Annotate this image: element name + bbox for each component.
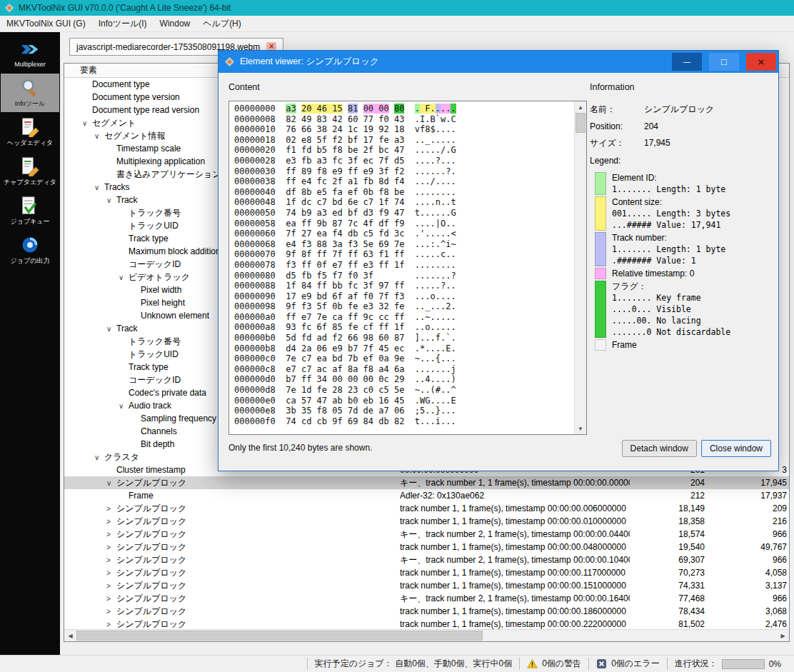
menu-item[interactable]: ヘルプ(H) [196, 16, 248, 31]
tree-row[interactable]: シンプルブロックキー、track number 2, 1 frame(s), t… [64, 528, 789, 541]
chevron-collapsed-icon[interactable] [106, 505, 116, 513]
legend-color-swatch [595, 281, 606, 338]
tree-item-label: シンプルブロック [116, 516, 186, 528]
legend-color-swatch [595, 339, 606, 351]
vscroll-thumb[interactable] [576, 113, 586, 133]
hex-offset: 00000020 [234, 145, 276, 156]
sidebar-item-info-tool[interactable]: Infoツール [1, 74, 59, 112]
error-icon [596, 658, 607, 669]
chevron-expanded-icon[interactable] [82, 119, 92, 127]
legend-entry: Frame [595, 339, 775, 351]
close-window-button[interactable]: Close window [701, 440, 771, 457]
info-tool-icon [20, 78, 40, 98]
hex-offset: 00000008 [234, 114, 276, 125]
chevron-expanded-icon[interactable] [94, 132, 104, 140]
chevron-collapsed-icon[interactable] [106, 531, 116, 538]
hex-byte-highlight: 81 [348, 104, 358, 114]
chevron-collapsed-icon[interactable] [106, 569, 116, 577]
progress-percent: 0% [769, 659, 781, 669]
chevron-expanded-icon[interactable] [106, 196, 116, 204]
sidebar-item-job-output[interactable]: ジョブの出力 [1, 231, 59, 269]
tree-row[interactable]: シンプルブロックtrack number 1, 1 frame(s), time… [64, 541, 789, 553]
tree-row[interactable]: シンプルブロックキー、track number 2, 1 frame(s), t… [64, 592, 789, 605]
hex-line: 00000058ea ff 9b 87 7c 4f df f9....|O.. [234, 219, 574, 229]
tree-row[interactable]: シンプルブロックtrack number 1, 1 frame(s), time… [64, 566, 789, 579]
hex-line: 000000709f 8f ff 7f ff 63 f1 ff.....c.. [234, 249, 574, 260]
dialog-buttons: Detach windowClose window [622, 440, 771, 457]
scroll-right-icon[interactable] [777, 630, 789, 641]
hex-bytes: f1 fd b5 f8 be 2f bc 47 [286, 145, 404, 156]
tree-name-cell: シンプルブロック [64, 606, 400, 618]
chevron-collapsed-icon[interactable] [106, 621, 116, 628]
sidebar-item-header-editor[interactable]: ヘッダエディタ [1, 113, 59, 151]
hex-offset: 000000b0 [234, 333, 276, 343]
tree-row[interactable]: シンプルブロックキー、track number 2, 1 frame(s), t… [64, 553, 789, 566]
tree-item-summary: track number 1, 1 frame(s), timestamp 00… [400, 581, 630, 591]
detach-window-button[interactable]: Detach window [622, 440, 697, 457]
hex-offset: 000000f0 [234, 416, 276, 427]
chevron-collapsed-icon[interactable] [106, 556, 116, 564]
tree-row[interactable]: シンプルブロックキー、track number 1, 1 frame(s), t… [64, 476, 789, 489]
chevron-expanded-icon[interactable] [94, 453, 104, 461]
chevron-expanded-icon[interactable] [119, 274, 129, 281]
hex-ascii: ...:.^i~ [415, 239, 456, 249]
hscroll-track[interactable] [76, 630, 777, 641]
ascii-highlight: . [415, 104, 420, 114]
close-icon[interactable] [746, 53, 776, 71]
chevron-expanded-icon[interactable] [106, 325, 116, 333]
legend-line: .....00. No lacing [612, 315, 775, 326]
hex-offset: 00000078 [234, 260, 276, 271]
scroll-up-icon[interactable] [575, 101, 586, 113]
hex-line: 000000d0b7 ff 34 00 00 00 0c 29..4....) [234, 374, 574, 385]
hex-viewer[interactable]: 00000000a3 20 46 15 81 00 00 80. F.....0… [228, 101, 587, 435]
tree-item-label: Track [116, 324, 138, 334]
tree-row[interactable]: シンプルブロックtrack number 1, 1 frame(s), time… [64, 502, 789, 515]
scroll-down-icon[interactable] [575, 423, 586, 434]
menu-item[interactable]: MKVToolNix GUI (G) [0, 16, 92, 31]
chevron-expanded-icon[interactable] [106, 479, 116, 487]
menu-item[interactable]: Infoツール(I) [92, 16, 154, 31]
hex-line: 000000a0ff e7 7e ca ff 9c cc ff..~..... [234, 312, 574, 323]
tree-item-label: Cluster timestamp [116, 465, 186, 475]
scroll-left-icon[interactable] [64, 630, 76, 641]
hex-bytes: 5d fd ad f2 66 98 60 87 [286, 333, 404, 343]
chevron-expanded-icon[interactable] [94, 184, 104, 191]
hscroll-thumb[interactable] [76, 631, 483, 641]
tree-row[interactable]: シンプルブロックtrack number 1, 1 frame(s), time… [64, 579, 789, 592]
menu-item[interactable]: Window [154, 16, 197, 31]
tree-row[interactable]: シンプルブロックtrack number 1, 1 frame(s), time… [64, 618, 789, 629]
hex-bytes: ea ff 9b 87 7c 4f df f9 [286, 219, 404, 229]
tree-item-label: Track type [129, 362, 169, 372]
chevron-collapsed-icon[interactable] [106, 595, 116, 603]
tree-item-label: Sampling frequency [141, 413, 216, 423]
tree-item-label: シンプルブロック [116, 618, 186, 630]
sidebar-item-job-queue[interactable]: ジョブキュー [1, 191, 59, 230]
tree-item-label: トラック番号 [129, 207, 181, 219]
tree-row[interactable]: シンプルブロックtrack number 1, 1 frame(s), time… [64, 515, 789, 528]
sidebar-item-chapter-editor[interactable]: チャプタエディタ [1, 152, 59, 191]
chevron-expanded-icon[interactable] [119, 402, 129, 410]
horizontal-scrollbar[interactable] [64, 629, 789, 641]
legend-line: 1....... Key frame [612, 292, 775, 304]
hex-line: 000000881f 84 ff bb fc 3f 97 ff.....?.. [234, 281, 574, 291]
vscroll-track[interactable] [575, 113, 586, 423]
chevron-collapsed-icon[interactable] [106, 582, 116, 590]
sidebar-item-label: Infoツール [15, 99, 45, 109]
chevron-collapsed-icon[interactable] [106, 543, 116, 551]
maximize-icon[interactable] [709, 53, 739, 71]
status-bar: 実行予定のジョブ： 自動0個、手動0個、実行中0個 0個の警告 0個のエラー 進… [0, 655, 794, 672]
hex-offset: 00000088 [234, 281, 276, 291]
chevron-collapsed-icon[interactable] [106, 518, 116, 526]
hex-offset: 00000090 [234, 291, 276, 302]
tree-row[interactable]: シンプルブロックtrack number 1, 1 frame(s), time… [64, 605, 789, 618]
tree-row[interactable]: FrameAdler-32: 0x130ae06221217,937 [64, 489, 789, 502]
job-output-icon [20, 235, 40, 255]
chevron-collapsed-icon[interactable] [106, 608, 116, 616]
sidebar-item-multiplexer[interactable]: Multiplexer [1, 34, 59, 73]
hex-ascii: .......? [415, 271, 456, 281]
hex-line: 00000028e3 fb a3 fc 3f ec 7f d5....?... [234, 156, 574, 166]
info-field-row: サイズ：17,945 [590, 137, 773, 149]
minimize-icon[interactable] [672, 53, 702, 71]
tree-item-label: Document type version [92, 92, 180, 102]
hex-vertical-scrollbar[interactable] [574, 101, 586, 434]
